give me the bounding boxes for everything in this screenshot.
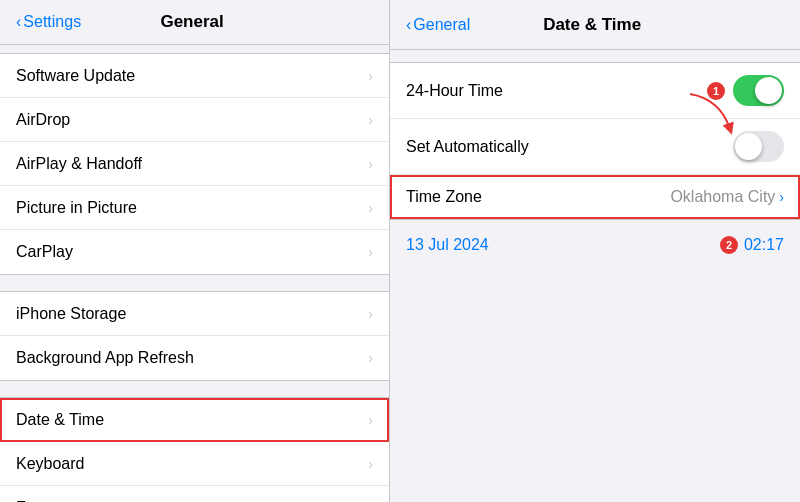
menu-section-3: Date & Time › Keyboard › Fonts › Languag… [0,397,389,502]
time-zone-label: Time Zone [406,188,482,206]
chevron-right-icon: › [368,244,373,260]
back-label: Settings [23,13,81,31]
menu-item-label: AirDrop [16,111,70,129]
menu-item-airdrop[interactable]: AirDrop › [0,98,389,142]
right-title: Date & Time [470,15,714,35]
menu-item-date-time[interactable]: Date & Time › [0,398,389,442]
time-display: 02:17 [744,236,784,254]
chevron-left-icon: ‹ [406,16,411,34]
time-zone-row[interactable]: Time Zone Oklahoma City › [390,175,800,219]
settings-back-button[interactable]: ‹ Settings [16,13,81,31]
set-automatically-toggle[interactable] [733,131,784,162]
menu-item-fonts[interactable]: Fonts › [0,486,389,502]
toggle-thumb [755,77,782,104]
right-content: 24-Hour Time 1 [390,50,800,274]
menu-section-1: Software Update › AirDrop › AirPlay & Ha… [0,53,389,275]
menu-item-picture-in-picture[interactable]: Picture in Picture › [0,186,389,230]
back-label: General [413,16,470,34]
chevron-right-icon: › [368,350,373,366]
24-hour-time-label: 24-Hour Time [406,82,503,100]
set-automatically-label: Set Automatically [406,138,529,156]
menu-item-label: Keyboard [16,455,85,473]
menu-item-carplay[interactable]: CarPlay › [0,230,389,274]
chevron-right-icon: › [779,189,784,205]
chevron-right-icon: › [368,412,373,428]
date-time-settings-section: 24-Hour Time 1 [390,62,800,220]
left-panel: ‹ Settings General Software Update › Air… [0,0,390,502]
menu-item-label: Fonts [16,499,56,503]
chevron-right-icon: › [368,200,373,216]
menu-item-keyboard[interactable]: Keyboard › [0,442,389,486]
right-header: ‹ General Date & Time [390,0,800,50]
annotation-badge-1: 1 [707,82,725,100]
chevron-right-icon: › [368,112,373,128]
menu-item-label: Picture in Picture [16,199,137,217]
set-automatically-row: Set Automatically [390,119,800,175]
menu-section-2: iPhone Storage › Background App Refresh … [0,291,389,381]
menu-item-label: AirPlay & Handoff [16,155,142,173]
time-zone-value: Oklahoma City [670,188,775,206]
chevron-left-icon: ‹ [16,13,21,31]
annotation-badge-2: 2 [720,236,738,254]
chevron-right-icon: › [368,456,373,472]
menu-item-airplay-handoff[interactable]: AirPlay & Handoff › [0,142,389,186]
24-hour-time-row: 24-Hour Time 1 [390,63,800,119]
date-time-display-row: 13 Jul 2024 2 02:17 [390,228,800,262]
chevron-right-icon: › [368,68,373,84]
menu-item-label: CarPlay [16,243,73,261]
menu-item-label: Software Update [16,67,135,85]
chevron-right-icon: › [368,156,373,172]
chevron-right-icon: › [368,306,373,322]
24-hour-time-toggle[interactable] [733,75,784,106]
toggle-thumb [735,133,762,160]
menu-item-background-app-refresh[interactable]: Background App Refresh › [0,336,389,380]
menu-item-software-update[interactable]: Software Update › [0,54,389,98]
menu-item-iphone-storage[interactable]: iPhone Storage › [0,292,389,336]
left-header: ‹ Settings General [0,0,389,45]
menu-item-label: iPhone Storage [16,305,126,323]
general-back-button[interactable]: ‹ General [406,16,470,34]
menu-item-label: Background App Refresh [16,349,194,367]
left-title: General [81,12,303,32]
menu-item-label: Date & Time [16,411,104,429]
date-display: 13 Jul 2024 [406,236,489,254]
right-panel: ‹ General Date & Time 24-Hour Time 1 [390,0,800,502]
